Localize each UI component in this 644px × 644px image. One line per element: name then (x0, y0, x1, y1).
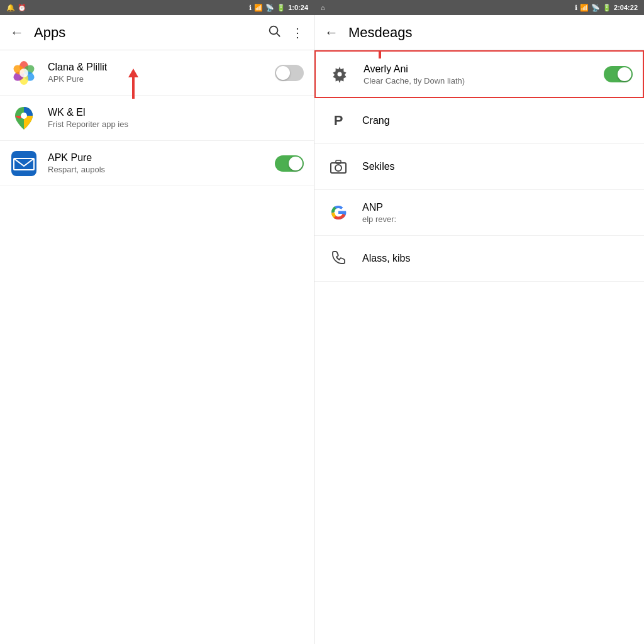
crang-name: Crang (362, 115, 634, 126)
list-item[interactable]: WK & El Frist Reporiter app ies (0, 96, 314, 141)
averly-subtitle: Clear Cache, tly Down liath) (364, 76, 604, 86)
right-app-bar: ← Mesdeags (314, 15, 644, 50)
wk-subtitle: Frist Reporiter app ies (48, 119, 304, 129)
alass-name: Alass, kibs (362, 253, 634, 264)
phone-icon (325, 245, 352, 272)
sekiles-text: Sekiles (362, 161, 634, 172)
svg-point-22 (335, 165, 341, 171)
clana-icon (10, 59, 38, 87)
left-page-title: Apps (34, 25, 257, 41)
time-left: 1:0:24 (288, 4, 308, 11)
apk-name: APK Pure (48, 152, 275, 164)
clana-text: Clana & Plillit APK Pure (48, 62, 275, 84)
svg-point-0 (270, 26, 278, 35)
app-list: Clana & Plillit APK Pure (0, 50, 314, 644)
left-app-bar: ← Apps ⋮ (0, 15, 314, 50)
signal-icon-left: 📡 (265, 4, 274, 12)
wk-name: WK & El (48, 107, 304, 118)
averly-toggle[interactable] (604, 66, 633, 82)
signal-icon-right: 📡 (591, 4, 600, 12)
sekiles-name: Sekiles (362, 161, 634, 172)
list-item[interactable]: Averly Ani Clear Cache, tly Down liath) (314, 50, 644, 98)
battery-icon-right: 🔋 (602, 4, 611, 12)
alass-text: Alass, kibs (362, 253, 634, 264)
more-options-button[interactable]: ⋮ (291, 25, 304, 40)
home-icon-status: ⌂ (321, 4, 325, 11)
wifi-icon-right: 📶 (580, 4, 589, 12)
list-item[interactable]: ANP elp rever: (314, 190, 644, 236)
svg-point-9 (19, 69, 28, 77)
google-icon (325, 199, 352, 226)
right-back-button[interactable]: ← (325, 25, 338, 41)
wk-icon (10, 104, 38, 132)
list-item[interactable]: Alass, kibs (314, 236, 644, 282)
svg-line-1 (277, 33, 280, 36)
anp-text: ANP elp rever: (362, 202, 634, 224)
left-status-bar: 🔔 ⏰ ℹ 📶 📡 🔋 1:0:24 (0, 0, 314, 15)
notification-icon: 🔔 (6, 4, 15, 12)
right-panel: ← Mesdeags Averly Ani Clear Cache, tly D… (314, 15, 644, 644)
svg-point-11 (21, 113, 27, 119)
left-back-button[interactable]: ← (10, 25, 24, 41)
list-item[interactable]: P Crang (314, 98, 644, 144)
apk-toggle[interactable] (275, 155, 304, 172)
apk-text: APK Pure Respart, aupols (48, 152, 275, 174)
svg-rect-23 (336, 160, 341, 164)
search-button[interactable] (267, 24, 281, 41)
right-item-list: Averly Ani Clear Cache, tly Down liath) (314, 50, 644, 644)
letter-p-icon: P (325, 107, 352, 135)
list-item[interactable]: APK Pure Respart, aupols (0, 141, 314, 186)
right-page-title: Mesdeags (348, 25, 634, 41)
svg-rect-14 (11, 151, 36, 176)
anp-subtitle: elp rever: (362, 214, 634, 224)
averly-name: Averly Ani (364, 64, 604, 75)
list-item[interactable]: Sekiles (314, 144, 644, 190)
averly-text: Averly Ani Clear Cache, tly Down liath) (364, 64, 604, 86)
red-arrow-right (372, 50, 387, 62)
crang-text: Crang (362, 115, 634, 126)
anp-name: ANP (362, 202, 634, 213)
right-status-bar: ⌂ ℹ 📶 📡 🔋 2:04:22 (314, 0, 644, 15)
wk-text: WK & El Frist Reporiter app ies (48, 107, 304, 129)
clana-name: Clana & Plillit (48, 62, 275, 73)
apk-subtitle: Respart, aupols (48, 165, 275, 174)
camera-icon (325, 153, 352, 180)
clana-toggle[interactable] (275, 65, 304, 81)
clana-subtitle: APK Pure (48, 74, 275, 84)
alarm-icon: ⏰ (18, 4, 26, 12)
info-icon-left: ℹ (249, 4, 252, 12)
wifi-icon-left: 📶 (254, 4, 263, 12)
p-letter: P (334, 113, 343, 129)
apk-icon (10, 150, 38, 177)
time-right: 2:04:22 (614, 4, 638, 11)
left-panel: ← Apps ⋮ (0, 15, 314, 644)
battery-icon-left: 🔋 (277, 4, 286, 12)
list-item[interactable]: Clana & Plillit APK Pure (0, 50, 314, 96)
info-icon-right: ℹ (575, 4, 577, 12)
gear-icon-container (326, 60, 353, 88)
